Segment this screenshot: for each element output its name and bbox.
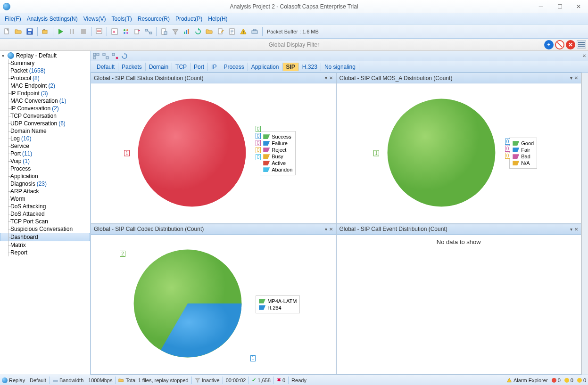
tree-item-log[interactable]: Log(10) <box>0 135 90 142</box>
name-table-icon[interactable]: A <box>109 26 120 37</box>
open-folder-icon[interactable] <box>13 26 24 37</box>
status-bandwidth[interactable]: Bandwidth - 1000Mbps <box>52 377 113 383</box>
tree-item-service[interactable]: Service <box>0 142 90 150</box>
menu-item[interactable]: Analysis Settings(N) <box>24 15 81 23</box>
tree-item-summary[interactable]: Summary <box>0 59 90 67</box>
options-icon[interactable] <box>249 26 260 37</box>
menu-item[interactable]: Help(H) <box>205 15 230 23</box>
tree-item-application[interactable]: Application <box>0 172 90 180</box>
tree-item-suspicious-conversation[interactable]: Suspicious Conversation <box>0 225 90 233</box>
decode-icon[interactable] <box>159 26 169 37</box>
menu-item[interactable]: Resource(R) <box>135 15 173 23</box>
tab-no-signaling[interactable]: No signaling <box>321 63 359 71</box>
tree-item-diagnosis[interactable]: Diagnosis(23) <box>0 180 90 188</box>
folder-icon[interactable] <box>204 26 215 37</box>
alarm-green[interactable]: 0 <box>577 377 586 383</box>
legend-row: Abandon <box>263 166 292 173</box>
panel-menu-icon[interactable]: ▾ <box>570 227 572 232</box>
menu-item[interactable]: Views(V) <box>81 15 109 23</box>
panel-menu-icon[interactable]: ▾ <box>325 227 327 232</box>
alarm-yellow[interactable]: 0 <box>564 377 573 383</box>
buffer-label: Packet Buffer : 1.6 MB <box>267 29 319 34</box>
panel-close-icon[interactable]: ✕ <box>329 75 333 81</box>
grid-edit-icon[interactable] <box>102 52 109 60</box>
tree-item-ip-conversation[interactable]: IP Conversation(2) <box>0 105 90 112</box>
tree-item-ip-endpoint[interactable]: IP Endpoint(3) <box>0 90 90 97</box>
tree-item-udp-conversation[interactable]: UDP Conversation(6) <box>0 120 90 127</box>
tab-ip[interactable]: IP <box>208 63 220 71</box>
status-replay[interactable]: Replay - Default <box>2 377 46 383</box>
adapter-icon[interactable] <box>40 26 50 37</box>
edit-icon[interactable] <box>215 26 226 37</box>
tree-item-worm[interactable]: Worm <box>0 195 90 203</box>
tree-item-process[interactable]: Process <box>0 165 90 172</box>
tab-sip[interactable]: SIP <box>283 63 299 71</box>
tree-item-dos-attacking[interactable]: DoS Attacking <box>0 203 90 210</box>
tree-item-port[interactable]: Port(11) <box>0 150 90 157</box>
filter-icon[interactable] <box>170 26 181 37</box>
tree-item-dashboard[interactable]: Dashboard <box>0 233 90 241</box>
tree-root[interactable]: ▾ Replay - Default <box>0 52 90 59</box>
pause-icon[interactable] <box>67 26 77 37</box>
reset-icon[interactable] <box>121 52 128 60</box>
svg-rect-18 <box>149 32 152 34</box>
tab-application[interactable]: Application <box>248 63 283 71</box>
tree-item-protocol[interactable]: Protocol(8) <box>0 74 90 82</box>
panel-close-icon[interactable]: ✕ <box>574 75 578 81</box>
tab-tcp[interactable]: TCP <box>172 63 190 71</box>
maximize-button[interactable]: ☐ <box>550 1 569 12</box>
tree-item-report[interactable]: Report <box>0 249 90 256</box>
block-filter-icon[interactable] <box>555 40 564 49</box>
vertical-scrollbar[interactable] <box>581 73 588 375</box>
panel-menu-icon[interactable]: ▾ <box>325 75 327 81</box>
network-icon[interactable] <box>143 26 154 37</box>
close-button[interactable]: ✕ <box>569 1 588 12</box>
minimize-button[interactable]: ─ <box>531 1 550 12</box>
new-file-icon[interactable] <box>2 26 12 37</box>
config-icon[interactable] <box>94 26 104 37</box>
panel-close-icon[interactable]: ✕ <box>329 227 333 232</box>
collapse-icon[interactable]: ▾ <box>2 53 7 58</box>
tree-item-matrix[interactable]: Matrix <box>0 241 90 249</box>
tree-item-mac-conversation[interactable]: MAC Conversation(1) <box>0 97 90 105</box>
report-icon[interactable] <box>227 26 237 37</box>
add-filter-icon[interactable]: + <box>544 40 554 49</box>
tab-h-323[interactable]: H.323 <box>299 63 321 71</box>
tree-item-mac-endpoint[interactable]: MAC Endpoint(2) <box>0 82 90 90</box>
tab-packets[interactable]: Packets <box>118 63 146 71</box>
legend-row: H.264 <box>259 304 297 311</box>
save-icon[interactable] <box>25 26 35 37</box>
grid-delete-icon[interactable] <box>111 52 119 60</box>
export-icon[interactable] <box>132 26 142 37</box>
tree-item-arp-attack[interactable]: ARP Attack <box>0 188 90 195</box>
view-mode-icon[interactable] <box>577 40 586 49</box>
clear-filter-icon[interactable]: ✕ <box>566 40 575 49</box>
grid-add-icon[interactable] <box>92 52 100 60</box>
panel-close-icon[interactable]: ✕ <box>582 53 586 58</box>
tree-item-tcp-conversation[interactable]: TCP Conversation <box>0 112 90 120</box>
tab-port[interactable]: Port <box>190 63 208 71</box>
panel-close-icon[interactable]: ✕ <box>574 227 578 232</box>
alert-icon[interactable]: ! <box>238 26 248 37</box>
tab-default[interactable]: Default <box>93 63 118 71</box>
alarm-red[interactable]: 0 <box>552 377 561 383</box>
menu-item[interactable]: Product(P) <box>173 15 205 23</box>
task-icon[interactable] <box>121 26 131 37</box>
tree-item-voip[interactable]: Voip(1) <box>0 157 90 165</box>
alarm-explorer[interactable]: Alarm Explorer <box>506 377 548 383</box>
tab-domain[interactable]: Domain <box>146 63 172 71</box>
refresh-icon[interactable] <box>193 26 203 37</box>
tree-item-tcp-port-scan[interactable]: TCP Port Scan <box>0 218 90 225</box>
play-icon[interactable] <box>56 26 66 37</box>
tree-item-packet[interactable]: Packet(1658) <box>0 67 90 74</box>
stop-icon[interactable] <box>78 26 89 37</box>
menu-item[interactable]: Tools(T) <box>109 15 135 23</box>
menu-item[interactable]: File(F) <box>2 15 24 23</box>
tree-item-dos-attacked[interactable]: DoS Attacked <box>0 210 90 218</box>
tree-item-label: IP Endpoint <box>10 90 40 97</box>
tab-process[interactable]: Process <box>220 63 248 71</box>
panel-menu-icon[interactable]: ▾ <box>570 75 572 81</box>
statusbar: Replay - Default Bandwidth - 1000Mbps To… <box>0 375 588 385</box>
chart-icon[interactable] <box>182 26 192 37</box>
tree-item-domain-name[interactable]: Domain Name <box>0 127 90 135</box>
